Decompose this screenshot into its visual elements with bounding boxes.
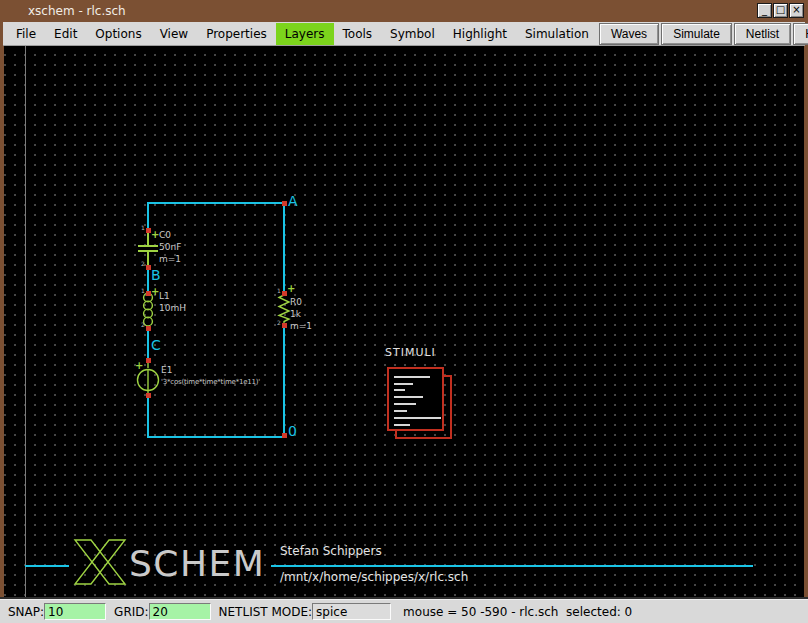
stimuli-text-line <box>394 410 407 412</box>
component-ref[interactable]: L1 <box>159 292 170 301</box>
snap-label: SNAP: <box>8 605 44 619</box>
schematic-canvas[interactable]: + 1 2 C0 50nF m=1 + 1 2 L1 10mH + E1 '3*… <box>4 46 804 599</box>
pin-marker <box>282 323 287 328</box>
stimuli-text-line <box>394 424 410 426</box>
menu-properties[interactable]: Properties <box>197 23 276 45</box>
component-value[interactable]: 1k <box>290 310 301 319</box>
grid-label: GRID: <box>114 605 148 619</box>
frame-line <box>25 46 26 599</box>
wire-segment[interactable] <box>148 436 285 438</box>
menu-options[interactable]: Options <box>86 23 150 45</box>
wire-segment[interactable] <box>283 202 285 292</box>
component-ref[interactable]: R0 <box>290 298 302 307</box>
pin-marker <box>146 358 151 363</box>
pin-number: 2 <box>277 320 281 326</box>
pin-number: 2 <box>141 322 145 328</box>
titlebar[interactable]: xschem - rlc.sch _ □ × <box>0 0 808 22</box>
menu-tools[interactable]: Tools <box>334 23 382 45</box>
menu-highlight[interactable]: Highlight <box>444 23 516 45</box>
net-label-C[interactable]: C <box>151 338 161 352</box>
wire-segment[interactable] <box>147 202 149 231</box>
menu-view[interactable]: View <box>151 23 197 45</box>
menu-edit[interactable]: Edit <box>45 23 86 45</box>
netlist-mode-input[interactable] <box>312 603 391 620</box>
component-mult[interactable]: m=1 <box>290 322 312 331</box>
wire-segment[interactable] <box>148 202 285 204</box>
author-text: Stefan Schippers <box>280 544 382 558</box>
pin-number: 1 <box>141 288 145 294</box>
wire-segment[interactable] <box>147 394 149 438</box>
pin-number: 2 <box>141 261 145 267</box>
xschem-logo-x-icon <box>71 540 129 584</box>
window-title: xschem - rlc.sch <box>28 4 126 18</box>
stimuli-label[interactable]: STIMULI <box>385 347 436 358</box>
pin-marker <box>282 291 287 296</box>
polarity-plus-icon: + <box>287 284 295 294</box>
component-value[interactable]: 10mH <box>159 304 186 313</box>
xschem-window: xschem - rlc.sch _ □ × File Edit Options… <box>0 0 808 623</box>
stimuli-text-line <box>394 396 423 398</box>
menu-symbol[interactable]: Symbol <box>381 23 444 45</box>
stimuli-text-line <box>394 389 405 391</box>
net-label-ground[interactable]: 0 <box>288 424 297 438</box>
stimuli-text-line <box>394 417 441 419</box>
close-icon[interactable]: × <box>789 3 804 18</box>
xschem-logo-text: SCHEM <box>129 546 265 582</box>
menu-simulation[interactable]: Simulation <box>516 23 598 45</box>
net-label-A[interactable]: A <box>288 194 298 208</box>
menubar: File Edit Options View Properties Layers… <box>3 22 805 46</box>
netlist-button[interactable]: Netlist <box>734 23 791 45</box>
title-block-rule <box>25 565 69 567</box>
pin-marker <box>282 201 287 206</box>
pin-marker <box>146 228 151 233</box>
pin-marker <box>146 291 151 296</box>
pin-marker <box>146 326 151 331</box>
stimuli-text-line <box>394 376 430 378</box>
netlist-mode-label: NETLIST MODE: <box>219 605 313 619</box>
pin-marker <box>146 393 151 398</box>
minimize-icon[interactable]: _ <box>757 3 772 18</box>
file-path-text: /mnt/x/home/schippes/x/rlc.sch <box>280 570 468 584</box>
polarity-plus-icon: + <box>135 361 143 371</box>
grid-input[interactable] <box>149 603 211 620</box>
menu-layers[interactable]: Layers <box>276 23 334 45</box>
window-controls: _ □ × <box>757 3 804 18</box>
pin-number: 1 <box>141 225 145 231</box>
wire-segment[interactable] <box>147 329 149 361</box>
maximize-icon[interactable]: □ <box>773 3 788 18</box>
component-ref[interactable]: E1 <box>161 366 172 375</box>
component-value[interactable]: 50nF <box>159 243 181 252</box>
snap-input[interactable] <box>44 603 106 620</box>
help-button[interactable]: Help <box>793 23 808 45</box>
pin-marker <box>282 433 287 438</box>
mouse-status-text: mouse = 50 -590 - rlc.sch selected: 0 <box>403 605 632 619</box>
pin-number: 1 <box>277 288 281 294</box>
net-label-B[interactable]: B <box>151 268 161 282</box>
simulate-button[interactable]: Simulate <box>661 23 732 45</box>
menu-file[interactable]: File <box>7 23 45 45</box>
stimuli-text-line <box>394 383 413 385</box>
statusbar: SNAP: GRID: NETLIST MODE: mouse = 50 -59… <box>0 599 808 623</box>
waves-button[interactable]: Waves <box>599 23 659 45</box>
component-mult[interactable]: m=1 <box>159 255 181 264</box>
component-value[interactable]: '3*cos(time*time*time*1e11)' <box>161 379 260 386</box>
component-ref[interactable]: C0 <box>159 231 171 240</box>
stimuli-text-line <box>394 403 416 405</box>
title-block-rule <box>271 565 753 567</box>
capacitor-symbol[interactable] <box>138 245 158 247</box>
wire-segment[interactable] <box>283 324 285 438</box>
